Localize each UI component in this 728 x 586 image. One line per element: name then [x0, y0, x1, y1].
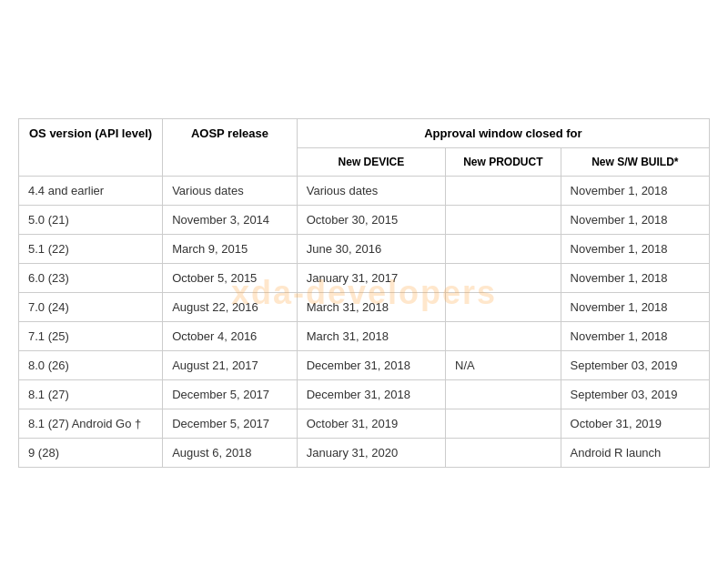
cell-product: N/A	[446, 351, 561, 380]
header-sw: New S/W BUILD*	[561, 148, 709, 177]
table-row: 6.0 (23)October 5, 2015January 31, 2017N…	[19, 264, 710, 293]
cell-os: 7.1 (25)	[19, 322, 163, 351]
table-body: 4.4 and earlierVarious datesVarious date…	[19, 177, 710, 468]
header-row-main: OS version (API level) AOSP release Appr…	[19, 119, 710, 148]
cell-device: December 31, 2018	[297, 380, 445, 409]
cell-aosp: August 22, 2016	[163, 293, 298, 322]
cell-aosp: August 21, 2017	[163, 351, 298, 380]
cell-product	[446, 206, 561, 235]
cell-os: 8.1 (27) Android Go †	[19, 409, 163, 439]
cell-aosp: August 6, 2018	[163, 439, 298, 468]
cell-aosp: Various dates	[163, 177, 298, 206]
cell-aosp: December 5, 2017	[163, 409, 298, 439]
cell-aosp: December 5, 2017	[163, 380, 298, 409]
header-device: New DEVICE	[297, 148, 445, 177]
cell-product	[446, 293, 561, 322]
table-row: 7.0 (24)August 22, 2016March 31, 2018Nov…	[19, 293, 710, 322]
cell-sw: Android R launch	[561, 439, 709, 468]
cell-sw: November 1, 2018	[561, 293, 709, 322]
table-row: 5.0 (21)November 3, 2014October 30, 2015…	[19, 206, 710, 235]
cell-device: December 31, 2018	[297, 351, 445, 380]
cell-device: Various dates	[297, 177, 445, 206]
cell-os: 5.1 (22)	[19, 235, 163, 264]
table-row: 8.1 (27)December 5, 2017December 31, 201…	[19, 380, 710, 409]
cell-os: 7.0 (24)	[19, 293, 163, 322]
cell-aosp: October 5, 2015	[163, 264, 298, 293]
cell-sw: November 1, 2018	[561, 177, 709, 206]
table-row: 7.1 (25)October 4, 2016March 31, 2018Nov…	[19, 322, 710, 351]
cell-sw: September 03, 2019	[561, 351, 709, 380]
cell-product	[446, 177, 561, 206]
table-row: 9 (28)August 6, 2018January 31, 2020Andr…	[19, 439, 710, 468]
cell-device: March 31, 2018	[297, 322, 445, 351]
cell-sw: November 1, 2018	[561, 264, 709, 293]
table-row: 5.1 (22)March 9, 2015June 30, 2016Novemb…	[19, 235, 710, 264]
table-wrapper: xda-developers OS version (API level) AO…	[18, 118, 710, 468]
cell-product	[446, 380, 561, 409]
cell-product	[446, 322, 561, 351]
table-row: 4.4 and earlierVarious datesVarious date…	[19, 177, 710, 206]
table-row: 8.0 (26)August 21, 2017December 31, 2018…	[19, 351, 710, 380]
cell-os: 8.1 (27)	[19, 380, 163, 409]
header-approval-group: Approval window closed for	[297, 119, 709, 148]
cell-sw: November 1, 2018	[561, 206, 709, 235]
header-os: OS version (API level)	[19, 119, 163, 177]
cell-sw: September 03, 2019	[561, 380, 709, 409]
cell-device: March 31, 2018	[297, 293, 445, 322]
cell-os: 5.0 (21)	[19, 206, 163, 235]
cell-product	[446, 235, 561, 264]
cell-os: 6.0 (23)	[19, 264, 163, 293]
cell-device: January 31, 2020	[297, 439, 445, 468]
cell-aosp: October 4, 2016	[163, 322, 298, 351]
header-aosp: AOSP release	[163, 119, 298, 177]
cell-product	[446, 439, 561, 468]
cell-device: June 30, 2016	[297, 235, 445, 264]
cell-aosp: November 3, 2014	[163, 206, 298, 235]
cell-os: 8.0 (26)	[19, 351, 163, 380]
cell-sw: October 31, 2019	[561, 409, 709, 439]
cell-sw: November 1, 2018	[561, 322, 709, 351]
cell-product	[446, 409, 561, 439]
approval-table: OS version (API level) AOSP release Appr…	[18, 118, 710, 468]
cell-device: January 31, 2017	[297, 264, 445, 293]
cell-device: October 31, 2019	[297, 409, 445, 439]
cell-device: October 30, 2015	[297, 206, 445, 235]
cell-os: 4.4 and earlier	[19, 177, 163, 206]
header-product: New PRODUCT	[446, 148, 561, 177]
cell-product	[446, 264, 561, 293]
cell-os: 9 (28)	[19, 439, 163, 468]
cell-sw: November 1, 2018	[561, 235, 709, 264]
cell-aosp: March 9, 2015	[163, 235, 298, 264]
table-row: 8.1 (27) Android Go †December 5, 2017Oct…	[19, 409, 710, 439]
